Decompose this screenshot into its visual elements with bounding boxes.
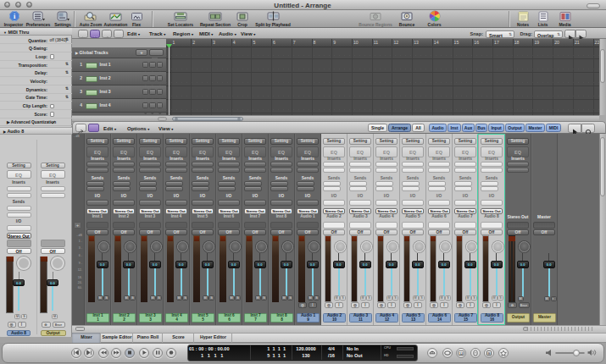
svg-text:B: B (488, 351, 491, 355)
svg-text:12: 12 (459, 350, 464, 355)
svg-text:H: H (117, 36, 121, 38)
